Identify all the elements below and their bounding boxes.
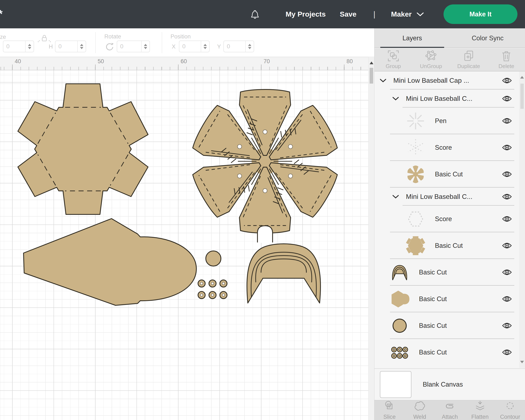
attach-button[interactable]: Attach [435,400,465,420]
layer-row-group[interactable]: Mini Low Baseball C... [375,89,519,108]
position-y-input[interactable]: 0 [224,40,254,52]
score-hexagon-thumbnail [404,208,427,230]
slice-icon [384,400,395,413]
blank-canvas-swatch[interactable] [380,371,411,398]
eye-icon[interactable] [502,269,512,276]
scroll-up-icon[interactable] [370,62,373,64]
layer-label: Pen [435,117,446,125]
flatten-label: Flatten [471,414,489,420]
eye-icon[interactable] [502,193,512,200]
layer-actions: Group UnGroup [375,48,525,71]
layer-row[interactable]: Basic Cut [375,161,519,187]
blank-canvas-label: Blank Canvas [423,381,463,388]
layer-row[interactable]: Basic Cut [375,259,519,286]
layer-row-group[interactable]: Mini Low Baseball C... [375,187,519,205]
layer-label: Score [435,215,452,223]
tab-color-sync[interactable]: Color Sync [450,28,525,48]
eye-icon[interactable] [502,216,512,222]
width-stepper[interactable] [25,41,34,52]
group-button[interactable]: Group [375,48,412,71]
scroll-down-icon[interactable] [520,361,524,363]
layer-label: Mini Low Baseball Cap ... [393,77,469,84]
chevron-down-icon[interactable] [380,79,386,83]
contour-label: Contour [500,414,520,420]
chevron-down-icon [417,10,424,18]
attach-label: Attach [442,414,458,420]
weld-icon [414,400,425,413]
delete-button[interactable]: Delete [488,48,525,71]
canvas-scroll-thumb[interactable] [370,68,373,84]
position-label: Position [170,33,191,40]
layer-row[interactable]: Basic Cut [375,339,519,366]
basic-cut-brim-thumbnail [388,261,411,284]
contour-button[interactable]: Contour [495,400,525,420]
basic-cut-circle-thumbnail [388,314,411,337]
position-x-input[interactable]: 0 [179,40,210,52]
height-label: H [49,44,53,50]
weld-label: Weld [413,414,426,420]
flatten-button[interactable]: Flatten [465,400,495,420]
width-input[interactable]: 0 [3,40,34,52]
layers-scrollbar[interactable] [519,71,525,368]
weld-button[interactable]: Weld [405,400,435,420]
height-value: 0 [56,43,77,50]
layer-label: Mini Low Baseball C... [406,95,472,103]
tab-layers[interactable]: Layers [375,28,450,48]
hexagon-top-piece [18,84,148,215]
save-link[interactable]: Save [340,0,356,28]
delete-icon [500,50,512,62]
eye-icon[interactable] [502,171,512,177]
rotate-value: 0 [117,43,141,50]
chevron-down-icon[interactable] [393,195,399,199]
eye-icon[interactable] [502,349,512,355]
eye-icon[interactable] [502,242,512,249]
top-bar: * My Projects Save | Maker Make It [0,0,525,28]
eye-icon[interactable] [502,95,512,102]
chevron-down-icon[interactable] [393,97,399,101]
layers-scroll-thumb[interactable] [520,84,524,109]
ruler-label: 40 [15,58,21,65]
eye-icon[interactable] [502,77,512,84]
score-layer-thumbnail [404,136,427,159]
ruler-ticks [0,67,368,70]
rotate-icon[interactable] [104,41,115,53]
machine-selector[interactable]: Maker [391,0,424,28]
height-input[interactable]: 0 [55,40,86,52]
layers-panel: Layers Color Sync Group [374,28,525,420]
layer-row-group[interactable]: Mini Low Baseball Cap ... [375,71,519,89]
rotate-stepper[interactable] [141,41,150,52]
scroll-up-icon[interactable] [520,76,524,79]
design-canvas[interactable]: VERSION WITH SCORING TOOL AND CRICUT PEN… [0,70,368,420]
layer-row[interactable]: Basic Cut [375,312,519,339]
position-y-stepper[interactable] [245,41,254,52]
layer-label: Basic Cut [419,322,447,329]
notifications-button[interactable] [250,0,260,28]
eye-icon[interactable] [502,296,512,302]
layer-label: Basic Cut [435,242,463,250]
pen-layer-thumbnail [404,110,427,132]
eye-icon[interactable] [502,118,512,124]
machine-selector-label: Maker [391,10,412,18]
layer-list: Mini Low Baseball Cap ... Mini Low Baseb… [375,71,519,368]
canvas-vertical-scrollbar[interactable] [368,57,374,420]
duplicate-button[interactable]: Duplicate [450,48,488,71]
ungroup-button[interactable]: UnGroup [412,48,450,71]
eye-icon[interactable] [502,322,512,329]
slice-label: Slice [384,414,396,420]
delete-label: Delete [498,63,514,69]
layer-row[interactable]: Score [375,205,519,232]
layer-row[interactable]: Score [375,134,519,161]
position-x-stepper[interactable] [201,41,209,52]
horizontal-ruler: 40 50 60 70 80 [0,57,368,70]
make-it-button[interactable]: Make It [443,4,517,24]
rotate-input[interactable]: 0 [117,40,150,52]
layer-row[interactable]: Basic Cut [375,286,519,312]
height-stepper[interactable] [77,41,86,52]
y-label: Y [217,44,221,50]
layer-row[interactable]: Basic Cut [375,232,519,259]
slice-button[interactable]: Slice [375,400,405,420]
eye-icon[interactable] [502,144,512,151]
my-projects-link[interactable]: My Projects [286,0,326,28]
layer-row[interactable]: Pen [375,108,519,134]
blank-canvas-row: Blank Canvas [375,368,525,400]
